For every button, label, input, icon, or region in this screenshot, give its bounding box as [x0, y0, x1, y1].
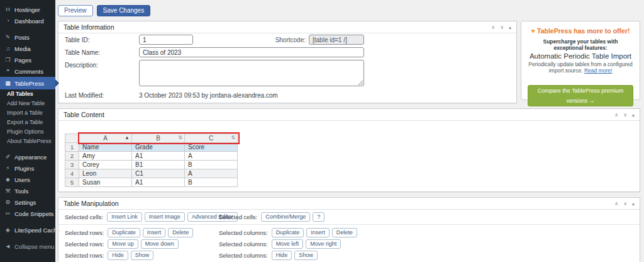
sidebar-item-appearance[interactable]: ✐Appearance [0, 151, 55, 162]
table-content-header: Table Content ∧ ∨ ▴ [58, 109, 640, 121]
sidebar-item-collapse-menu[interactable]: ◄Collapse menu [0, 241, 55, 252]
sidebar-item-tablepress[interactable]: ▦TablePress [0, 77, 55, 89]
delete-button[interactable]: Delete [168, 228, 193, 237]
sidebar-item-comments[interactable]: ❝Comments [0, 66, 55, 77]
column-header-a[interactable]: A▲ [79, 134, 132, 143]
row-number[interactable]: 4 [65, 169, 79, 178]
manipulation-group: Selected columns:Move leftMove right [219, 239, 341, 249]
sort-ascending-icon[interactable]: ▲ [125, 135, 130, 140]
move-up-button[interactable]: Move up [108, 239, 138, 249]
grid-cell[interactable]: Name [79, 143, 132, 152]
sidebar-item-plugins[interactable]: ⚡Plugins [0, 162, 55, 174]
move-right-button[interactable]: Move right [306, 239, 341, 249]
insert-link-button[interactable]: Insert Link [107, 212, 142, 222]
grid-cell[interactable]: A1 [132, 178, 185, 187]
insert-button[interactable]: Insert [143, 228, 166, 237]
sidebar-item-code-snippets[interactable]: ✂Code Snippets [0, 208, 55, 219]
grid-cell[interactable]: Score [185, 143, 238, 152]
sidebar-item-litespeed-cache[interactable]: ◈LiteSpeed Cache [0, 224, 55, 236]
move-down-button[interactable]: Move down [141, 239, 179, 249]
grid-cell[interactable]: A [185, 152, 238, 161]
save-changes-button[interactable]: Save Changes [97, 5, 151, 16]
table-id-input[interactable] [139, 35, 193, 45]
show-button[interactable]: Show [294, 251, 318, 260]
hide-button[interactable]: Hide [108, 251, 128, 260]
toggle-panel-icon[interactable]: ▴ [509, 25, 511, 30]
shortcode-input[interactable] [309, 35, 364, 45]
move-up-icon[interactable]: ∧ [614, 112, 618, 118]
hide-button[interactable]: Hide [272, 251, 292, 260]
submenu-item-add-new-table[interactable]: Add New Table [0, 99, 55, 108]
toggle-panel-icon[interactable]: ▴ [632, 201, 635, 207]
sidebar-item-media[interactable]: ♫Media [0, 43, 55, 54]
admin-sidebar: HHostinger◔Dashboard ✎Posts♫Media❐Pages❝… [0, 0, 55, 262]
row-number[interactable]: 5 [65, 178, 79, 187]
media-icon: ♫ [4, 45, 11, 52]
sort-icon[interactable]: ⇅ [178, 135, 182, 140]
sort-icon[interactable]: ⇅ [231, 135, 235, 140]
manipulation-row: Selected rows:Move upMove downSelected c… [65, 238, 633, 249]
row-number[interactable]: 2 [65, 152, 79, 161]
description-textarea[interactable] [139, 60, 364, 86]
table-name-input[interactable] [139, 47, 364, 57]
move-up-icon[interactable]: ∧ [491, 25, 495, 30]
grid-cell[interactable]: Leon [79, 169, 132, 178]
row-number[interactable]: 3 [65, 161, 79, 169]
table-manipulation-panel: Table Manipulation ∧ ∨ ▴ Selected cells:… [58, 197, 640, 262]
grid-cell[interactable]: Corey [79, 161, 132, 169]
submenu-item-import-a-table[interactable]: Import a Table [0, 108, 55, 118]
table-content-panel: Table Content ∧ ∨ ▴ A▲B⇅C⇅ 1NameGradeSco… [58, 108, 640, 192]
promo-feature-name: Automatic Periodic Table Import [528, 52, 633, 60]
compare-premium-button[interactable]: Compare the TablePress premium versions … [528, 85, 633, 106]
submenu-item-export-a-table[interactable]: Export a Table [0, 118, 55, 127]
delete-button[interactable]: Delete [332, 228, 357, 237]
grid-cell[interactable]: Grade [132, 143, 185, 152]
sidebar-item-users[interactable]: ☻Users [0, 174, 55, 185]
tablepress-icon: ▦ [4, 80, 11, 86]
manipulation-group: Selected rows:Move upMove down [65, 239, 219, 249]
duplicate-button[interactable]: Duplicate [272, 228, 304, 237]
toggle-panel-icon[interactable]: ▴ [632, 112, 635, 118]
move-up-icon[interactable]: ∧ [614, 201, 618, 207]
move-down-icon[interactable]: ∨ [500, 25, 504, 30]
grid-cell[interactable]: A [185, 169, 238, 178]
table-information-panel: Table Information ∧ ∨ ▴ Table ID: Shortc… [58, 21, 517, 103]
grid-cell[interactable]: Susan [79, 178, 132, 187]
move-down-icon[interactable]: ∨ [623, 112, 627, 118]
sidebar-item-label: Dashboard [14, 18, 43, 25]
shortcode-label: Shortcode: [275, 37, 306, 43]
row-number[interactable]: 1 [65, 143, 79, 152]
grid-cell[interactable]: B [185, 178, 238, 187]
help-button[interactable]: ? [313, 212, 325, 222]
move-down-icon[interactable]: ∨ [623, 201, 627, 207]
sidebar-item-dashboard[interactable]: ◔Dashboard [0, 15, 55, 26]
sidebar-item-posts[interactable]: ✎Posts [0, 31, 55, 43]
submenu-item-plugin-options[interactable]: Plugin Options [0, 127, 55, 137]
duplicate-button[interactable]: Duplicate [108, 228, 140, 237]
grid-cell[interactable]: Amy [79, 152, 132, 161]
sidebar-item-label: TablePress [14, 80, 44, 87]
preview-button[interactable]: Preview [58, 5, 93, 16]
read-more-link[interactable]: Read more! [584, 67, 612, 74]
show-button[interactable]: Show [131, 251, 154, 260]
sidebar-item-label: Users [14, 176, 30, 183]
grid-cell[interactable]: B1 [132, 161, 185, 169]
sidebar-item-label: Code Snippets [14, 210, 53, 217]
move-left-button[interactable]: Move left [272, 239, 304, 249]
combine-merge-button[interactable]: Combine/Merge [261, 212, 310, 222]
grid-cell[interactable]: C1 [132, 169, 185, 178]
submenu-item-about-tablepress[interactable]: About TablePress [0, 137, 55, 146]
manipulation-group: Selected cells:Combine/Merge? [219, 212, 325, 222]
insert-image-button[interactable]: Insert Image [145, 212, 185, 222]
grid-cell[interactable]: B [185, 161, 238, 169]
sidebar-item-label: Comments [14, 68, 43, 75]
column-header-c[interactable]: C⇅ [185, 134, 238, 143]
submenu-item-all-tables[interactable]: All Tables [0, 89, 55, 99]
insert-button[interactable]: Insert [306, 228, 330, 237]
sidebar-item-settings[interactable]: ⚙Settings [0, 196, 55, 208]
sidebar-item-pages[interactable]: ❐Pages [0, 54, 55, 66]
grid-cell[interactable]: A1 [132, 152, 185, 161]
sidebar-item-tools[interactable]: ⚒Tools [0, 185, 55, 196]
column-header-b[interactable]: B⇅ [132, 134, 185, 143]
sidebar-item-hostinger[interactable]: HHostinger [0, 4, 55, 15]
